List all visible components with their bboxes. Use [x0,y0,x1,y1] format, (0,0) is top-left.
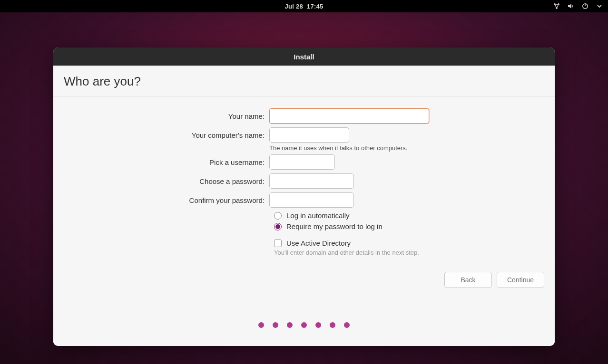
active-directory-hint: You'll enter domain and other details in… [274,249,555,256]
chevron-down-icon[interactable] [596,2,603,10]
user-form: Your name: Your computer's name: The nam… [53,97,555,346]
username-input[interactable] [269,154,335,170]
clock-time: 17:45 [307,3,324,10]
installer-window: Install Who are you? Your name: Your com… [53,48,555,346]
top-panel: Jul 28 17:45 [0,0,608,12]
password-input[interactable] [269,173,354,189]
continue-button[interactable]: Continue [497,272,544,288]
power-icon[interactable] [581,2,589,10]
checkbox-active-directory[interactable] [274,239,282,247]
active-directory-label: Use Active Directory [286,239,351,247]
name-label: Your name: [53,112,269,120]
progress-dot [287,322,293,328]
back-button[interactable]: Back [444,272,492,288]
confirm-password-input[interactable] [269,192,354,208]
network-icon[interactable] [553,2,560,10]
progress-dots [53,322,555,328]
active-directory-row[interactable]: Use Active Directory [274,239,555,247]
login-auto-label: Log in automatically [286,211,350,220]
progress-dot [258,322,264,328]
progress-dot [273,322,278,328]
clock: Jul 28 17:45 [284,3,323,10]
username-label: Pick a username: [53,158,269,166]
page-title: Who are you? [53,66,555,97]
confirm-password-label: Confirm your password: [53,196,269,204]
password-label: Choose a password: [53,177,269,185]
progress-dot [301,322,307,328]
progress-dot [344,322,350,328]
volume-icon[interactable] [567,2,575,10]
progress-dot [315,322,321,328]
hostname-hint: The name it uses when it talks to other … [269,144,407,152]
host-label: Your computer's name: [53,131,269,139]
window-title: Install [294,53,314,61]
name-input[interactable] [269,108,429,124]
radio-login-require[interactable] [274,223,282,230]
login-auto-row[interactable]: Log in automatically [274,211,555,220]
radio-login-auto[interactable] [274,212,282,220]
window-titlebar: Install [53,48,555,66]
login-require-label: Require my password to log in [286,222,382,230]
progress-dot [330,322,335,328]
clock-date: Jul 28 [284,3,303,10]
system-tray [553,0,603,12]
login-require-row[interactable]: Require my password to log in [274,222,555,230]
nav-buttons: Back Continue [444,272,544,288]
hostname-input[interactable] [269,127,349,143]
